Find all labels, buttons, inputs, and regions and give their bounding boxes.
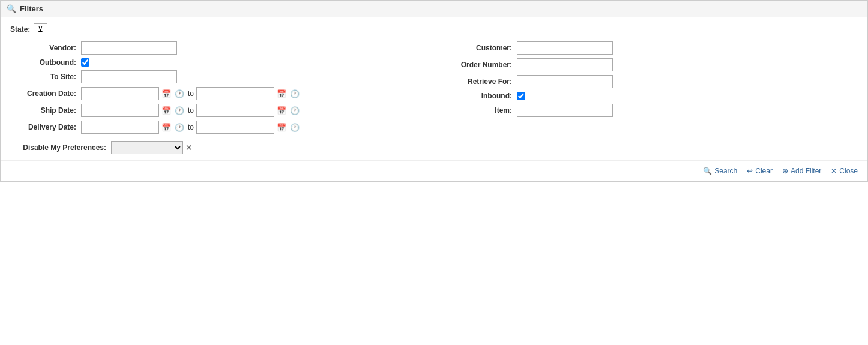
search-icon: 🔍: [7, 4, 16, 13]
creation-date-label: Creation Date:: [10, 89, 76, 98]
ship-date-from-calendar-icon[interactable]: 📅: [160, 106, 172, 116]
close-icon: ✕: [831, 167, 837, 175]
ship-date-to-input[interactable]: [196, 104, 274, 117]
to-site-input[interactable]: [81, 70, 177, 83]
creation-date-from-clock-icon[interactable]: 🕐: [173, 89, 185, 99]
inbound-label: Inbound:: [446, 92, 512, 100]
creation-date-to-separator: to: [188, 89, 194, 98]
ship-date-to-group: 📅 🕐: [196, 104, 301, 117]
clear-link-icon: ↩: [747, 167, 753, 175]
ship-date-from-group: 📅 🕐: [81, 104, 185, 117]
add-filter-label: Add Filter: [791, 167, 821, 175]
ship-date-to-clock-icon[interactable]: 🕐: [289, 106, 301, 116]
creation-date-to-input[interactable]: 28/10/18 23:59 EDT: [196, 87, 274, 100]
state-dropdown[interactable]: ⊻: [34, 23, 47, 35]
to-site-label: To Site:: [10, 73, 76, 81]
creation-date-from-input[interactable]: 24/07/18 00:00 EDT: [81, 87, 159, 100]
item-label: Item:: [446, 106, 512, 115]
delivery-date-label: Delivery Date:: [10, 123, 76, 131]
form-grid: Vendor: Outbound: To Site: Creation Date…: [10, 41, 858, 154]
delivery-date-row: Delivery Date: 📅 🕐 to 📅 🕐: [10, 121, 422, 134]
delivery-date-to-group: 📅 🕐: [196, 121, 301, 134]
state-label: State:: [10, 25, 30, 34]
search-link[interactable]: 🔍 Search: [703, 167, 737, 175]
add-filter-link[interactable]: ⊕ Add Filter: [782, 167, 821, 175]
filters-panel: 🔍 Filters State: ⊻ Vendor: Outbound:: [0, 0, 868, 182]
state-dropdown-icon: ⊻: [38, 25, 43, 34]
state-row: State: ⊻: [10, 23, 858, 35]
filters-body: State: ⊻ Vendor: Outbound:: [1, 17, 867, 160]
inbound-row: Inbound:: [446, 92, 858, 100]
order-number-input[interactable]: [517, 58, 613, 71]
creation-date-from-group: 24/07/18 00:00 EDT 📅 🕐: [81, 87, 185, 100]
delivery-date-from-group: 📅 🕐: [81, 121, 185, 134]
customer-input[interactable]: [517, 41, 613, 55]
item-input[interactable]: [517, 104, 613, 117]
vendor-label: Vendor:: [10, 44, 76, 52]
outbound-label: Outbound:: [10, 58, 76, 67]
filters-title: Filters: [20, 4, 43, 13]
item-row: Item:: [446, 104, 858, 117]
ship-date-label: Ship Date:: [10, 106, 76, 115]
retrieve-for-row: Retrieve For:: [446, 75, 858, 88]
clear-link-label: Clear: [755, 167, 773, 175]
creation-date-to-clock-icon[interactable]: 🕐: [289, 89, 301, 99]
delivery-date-to-input[interactable]: [196, 121, 274, 134]
right-column: Customer: Order Number: Retrieve For: In…: [446, 41, 858, 154]
retrieve-for-label: Retrieve For:: [446, 77, 512, 86]
add-filter-icon: ⊕: [782, 167, 788, 175]
search-link-icon: 🔍: [703, 167, 712, 175]
clear-link[interactable]: ↩ Clear: [747, 167, 773, 175]
close-link[interactable]: ✕ Close: [831, 167, 858, 175]
customer-label: Customer:: [446, 44, 512, 52]
disable-clear-icon[interactable]: ✕: [185, 143, 193, 152]
delivery-date-to-calendar-icon[interactable]: 📅: [276, 122, 288, 133]
filters-header: 🔍 Filters: [1, 1, 867, 17]
footer-row: 🔍 Search ↩ Clear ⊕ Add Filter ✕ Close: [1, 160, 867, 181]
search-link-label: Search: [714, 167, 737, 175]
creation-date-to-group: 28/10/18 23:59 EDT 📅 🕐: [196, 87, 301, 100]
creation-date-to-calendar-icon[interactable]: 📅: [276, 89, 288, 99]
delivery-date-from-calendar-icon[interactable]: 📅: [160, 122, 172, 133]
disable-row: Disable My Preferences: ✕: [10, 141, 422, 154]
inbound-checkbox[interactable]: [517, 92, 525, 100]
disable-label: Disable My Preferences:: [10, 143, 106, 152]
ship-date-to-separator: to: [188, 106, 194, 115]
delivery-date-from-clock-icon[interactable]: 🕐: [173, 122, 185, 133]
delivery-date-to-clock-icon[interactable]: 🕐: [289, 122, 301, 133]
disable-select[interactable]: [111, 141, 183, 154]
delivery-date-from-input[interactable]: [81, 121, 159, 134]
creation-date-row: Creation Date: 24/07/18 00:00 EDT 📅 🕐 to…: [10, 87, 422, 100]
ship-date-from-clock-icon[interactable]: 🕐: [173, 106, 185, 116]
customer-row: Customer:: [446, 41, 858, 55]
close-label: Close: [839, 167, 858, 175]
ship-date-from-input[interactable]: [81, 104, 159, 117]
ship-date-to-calendar-icon[interactable]: 📅: [276, 106, 288, 116]
retrieve-for-input[interactable]: [517, 75, 613, 88]
vendor-row: Vendor:: [10, 41, 422, 55]
vendor-input[interactable]: [81, 41, 177, 55]
outbound-checkbox[interactable]: [81, 58, 89, 67]
to-site-row: To Site:: [10, 70, 422, 83]
ship-date-row: Ship Date: 📅 🕐 to 📅 🕐: [10, 104, 422, 117]
order-number-label: Order Number:: [446, 61, 512, 69]
outbound-row: Outbound:: [10, 58, 422, 67]
delivery-date-to-separator: to: [188, 123, 194, 131]
left-column: Vendor: Outbound: To Site: Creation Date…: [10, 41, 422, 154]
order-number-row: Order Number:: [446, 58, 858, 71]
creation-date-from-calendar-icon[interactable]: 📅: [160, 89, 172, 99]
